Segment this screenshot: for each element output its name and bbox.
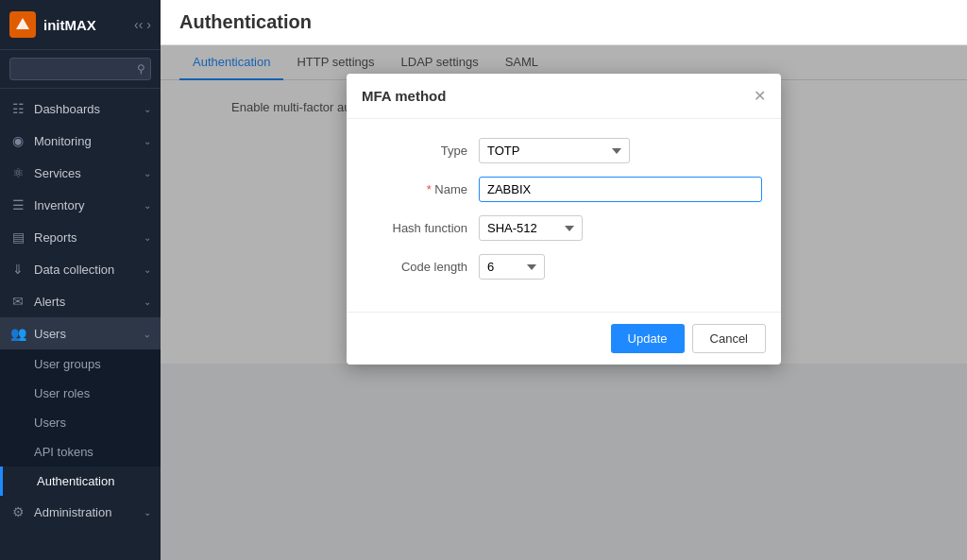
sidebar-item-label: Services	[34, 166, 81, 180]
modal-update-button[interactable]: Update	[611, 324, 685, 353]
collapse-icon[interactable]: ‹‹	[134, 17, 143, 32]
sidebar-search-area: ⚲	[0, 50, 161, 89]
chevron-icon: ⌄	[144, 200, 151, 211]
sidebar-item-api-tokens[interactable]: API tokens	[0, 437, 161, 467]
code-select[interactable]: 6 8	[479, 254, 545, 280]
main-content: Authentication HTTP settings LDAP settin…	[161, 45, 967, 560]
name-input[interactable]	[479, 177, 762, 202]
inventory-icon: ☰	[9, 197, 26, 212]
sidebar-item-user-roles[interactable]: User roles	[0, 379, 161, 408]
chevron-icon: ⌄	[144, 297, 151, 307]
modal-header: MFA method ✕	[347, 74, 781, 119]
sidebar-logo: initMAX ‹‹ ›	[0, 0, 161, 50]
chevron-icon: ⌄	[144, 136, 151, 146]
sidebar-item-dashboards[interactable]: ☷ Dashboards ⌄	[0, 93, 161, 125]
code-row: Code length 6 8	[365, 254, 762, 280]
main-area: Authentication Authentication HTTP setti…	[161, 0, 967, 560]
sidebar-item-label: Alerts	[34, 295, 65, 309]
close-icon[interactable]: ✕	[754, 87, 766, 105]
sidebar-item-user-groups[interactable]: User groups	[0, 349, 161, 379]
users-submenu: User groups User roles Users API tokens …	[0, 349, 161, 496]
sidebar-item-label: Users	[34, 327, 66, 341]
chevron-up-icon: ⌃	[144, 329, 151, 339]
collapse-icons[interactable]: ‹‹ ›	[134, 17, 151, 32]
page-title: Authentication	[179, 11, 948, 33]
modal-footer: Update Cancel	[347, 312, 781, 365]
expand-icon[interactable]: ›	[146, 17, 151, 32]
chevron-icon: ⌄	[144, 168, 151, 178]
hash-select[interactable]: SHA-1 SHA-256 SHA-512	[479, 215, 583, 241]
name-label: Name	[365, 182, 479, 196]
sidebar-item-monitoring[interactable]: ◉ Monitoring ⌄	[0, 125, 161, 157]
sidebar-item-label: Inventory	[34, 198, 84, 212]
monitoring-icon: ◉	[9, 133, 26, 148]
mfa-method-modal: MFA method ✕ Type TOTP	[347, 74, 781, 365]
chevron-icon: ⌄	[144, 264, 151, 275]
chevron-icon: ⌄	[144, 507, 151, 518]
users-icon: 👥	[9, 326, 26, 341]
sidebar-item-users[interactable]: 👥 Users ⌃	[0, 317, 161, 349]
dashboards-icon: ☷	[9, 101, 26, 116]
sidebar-item-label: Administration	[34, 505, 111, 519]
search-icon: ⚲	[137, 62, 145, 76]
code-field: 6 8	[479, 254, 762, 280]
type-label: Type	[365, 144, 479, 158]
hash-field: SHA-1 SHA-256 SHA-512	[479, 215, 762, 241]
sidebar-item-administration[interactable]: ⚙ Administration ⌄	[0, 496, 161, 528]
logo-icon	[9, 11, 36, 38]
modal-overlay: MFA method ✕ Type TOTP	[161, 45, 967, 560]
type-select[interactable]: TOTP	[479, 138, 630, 163]
type-row: Type TOTP	[365, 138, 762, 163]
page-header: Authentication	[161, 0, 967, 45]
sidebar-item-label: Monitoring	[34, 134, 92, 148]
type-field: TOTP	[479, 138, 762, 163]
sidebar-nav: ☷ Dashboards ⌄ ◉ Monitoring ⌄ ⚛ Services…	[0, 89, 161, 560]
search-input[interactable]	[9, 58, 151, 80]
modal-title: MFA method	[362, 88, 446, 104]
name-row: Name	[365, 177, 762, 202]
sidebar-item-reports[interactable]: ▤ Reports ⌄	[0, 221, 161, 253]
sidebar-item-label: Dashboards	[34, 102, 100, 116]
chevron-icon: ⌄	[144, 232, 151, 243]
sidebar: initMAX ‹‹ › ⚲ ☷ Dashboards ⌄ ◉ Monitori…	[0, 0, 161, 560]
sidebar-item-inventory[interactable]: ☰ Inventory ⌄	[0, 189, 161, 221]
sidebar-item-data-collection[interactable]: ⇓ Data collection ⌄	[0, 253, 161, 285]
sidebar-item-users[interactable]: Users	[0, 408, 161, 437]
hash-label: Hash function	[365, 221, 479, 235]
alerts-icon: ✉	[9, 294, 26, 309]
sidebar-item-alerts[interactable]: ✉ Alerts ⌄	[0, 285, 161, 317]
sidebar-item-authentication[interactable]: Authentication	[0, 467, 161, 496]
reports-icon: ▤	[9, 229, 26, 245]
services-icon: ⚛	[9, 165, 26, 180]
name-field	[479, 177, 762, 202]
modal-cancel-button[interactable]: Cancel	[692, 324, 766, 353]
chevron-icon: ⌄	[144, 104, 151, 114]
sidebar-item-services[interactable]: ⚛ Services ⌄	[0, 157, 161, 189]
code-label: Code length	[365, 260, 479, 274]
modal-body: Type TOTP Name	[347, 119, 781, 312]
administration-icon: ⚙	[9, 504, 26, 519]
hash-row: Hash function SHA-1 SHA-256 SHA-512	[365, 215, 762, 241]
sidebar-item-label: Data collection	[34, 263, 114, 277]
logo-text: initMAX	[43, 17, 96, 33]
sidebar-item-label: Reports	[34, 230, 77, 245]
data-collection-icon: ⇓	[9, 262, 26, 277]
